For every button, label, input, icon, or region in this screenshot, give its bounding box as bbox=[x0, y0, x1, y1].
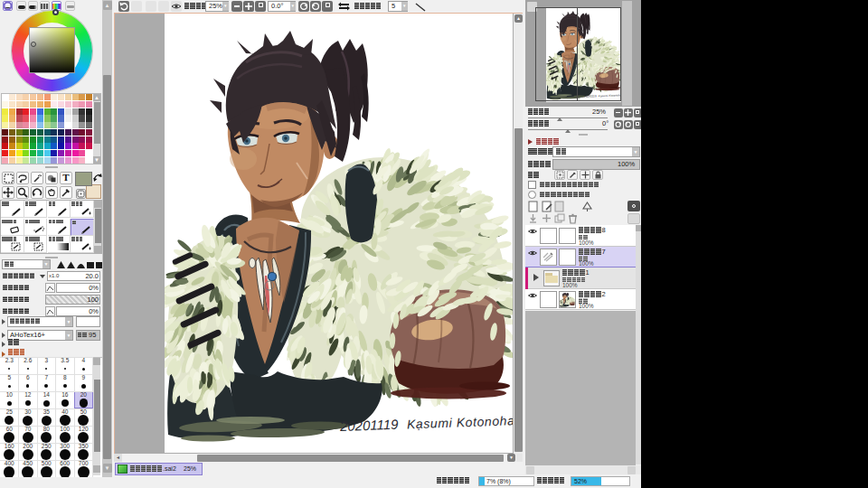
svg-text:20201119: 20201119 bbox=[339, 417, 400, 434]
svg-text:Kạsumi Kotonoha: Kạsumi Kotonoha bbox=[407, 413, 513, 431]
